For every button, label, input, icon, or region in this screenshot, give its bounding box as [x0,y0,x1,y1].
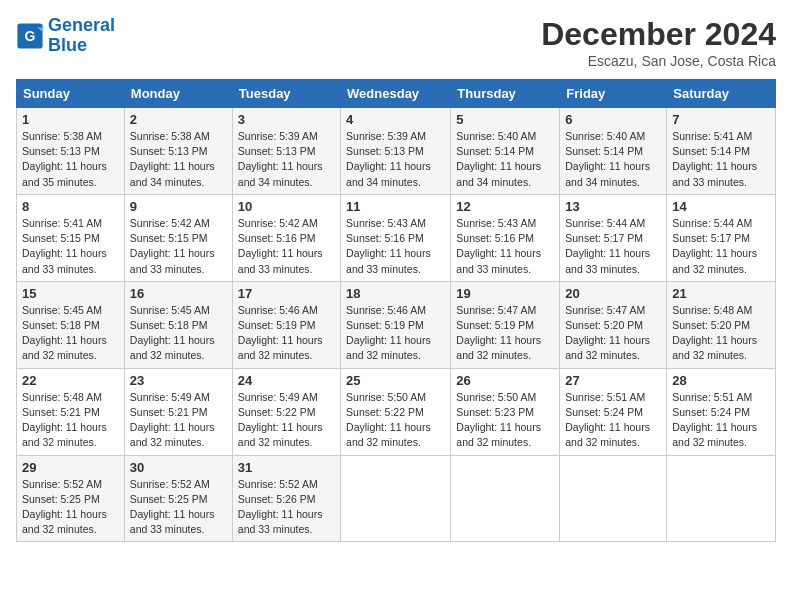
day-number: 25 [346,373,445,388]
day-number: 24 [238,373,335,388]
day-number: 7 [672,112,770,127]
calendar-header-sunday: Sunday [17,80,125,108]
calendar-header-monday: Monday [124,80,232,108]
calendar-cell: 10Sunrise: 5:42 AM Sunset: 5:16 PM Dayli… [232,194,340,281]
day-number: 10 [238,199,335,214]
day-number: 14 [672,199,770,214]
day-info: Sunrise: 5:45 AM Sunset: 5:18 PM Dayligh… [130,303,227,364]
day-info: Sunrise: 5:48 AM Sunset: 5:20 PM Dayligh… [672,303,770,364]
day-number: 31 [238,460,335,475]
day-number: 19 [456,286,554,301]
calendar-cell: 28Sunrise: 5:51 AM Sunset: 5:24 PM Dayli… [667,368,776,455]
calendar-week-5: 29Sunrise: 5:52 AM Sunset: 5:25 PM Dayli… [17,455,776,542]
calendar-header-friday: Friday [560,80,667,108]
day-info: Sunrise: 5:52 AM Sunset: 5:26 PM Dayligh… [238,477,335,538]
svg-text:G: G [25,28,36,44]
calendar-cell: 11Sunrise: 5:43 AM Sunset: 5:16 PM Dayli… [341,194,451,281]
day-info: Sunrise: 5:38 AM Sunset: 5:13 PM Dayligh… [130,129,227,190]
calendar-week-1: 1Sunrise: 5:38 AM Sunset: 5:13 PM Daylig… [17,108,776,195]
day-info: Sunrise: 5:49 AM Sunset: 5:22 PM Dayligh… [238,390,335,451]
day-number: 13 [565,199,661,214]
calendar-cell [667,455,776,542]
calendar-header-saturday: Saturday [667,80,776,108]
calendar-cell: 14Sunrise: 5:44 AM Sunset: 5:17 PM Dayli… [667,194,776,281]
day-info: Sunrise: 5:42 AM Sunset: 5:15 PM Dayligh… [130,216,227,277]
calendar-cell: 1Sunrise: 5:38 AM Sunset: 5:13 PM Daylig… [17,108,125,195]
logo-icon: G [16,22,44,50]
day-number: 5 [456,112,554,127]
day-info: Sunrise: 5:50 AM Sunset: 5:23 PM Dayligh… [456,390,554,451]
calendar-week-4: 22Sunrise: 5:48 AM Sunset: 5:21 PM Dayli… [17,368,776,455]
day-info: Sunrise: 5:46 AM Sunset: 5:19 PM Dayligh… [238,303,335,364]
day-number: 9 [130,199,227,214]
day-number: 20 [565,286,661,301]
day-info: Sunrise: 5:45 AM Sunset: 5:18 PM Dayligh… [22,303,119,364]
day-number: 23 [130,373,227,388]
calendar-cell: 21Sunrise: 5:48 AM Sunset: 5:20 PM Dayli… [667,281,776,368]
day-info: Sunrise: 5:47 AM Sunset: 5:19 PM Dayligh… [456,303,554,364]
month-title: December 2024 [541,16,776,53]
day-info: Sunrise: 5:39 AM Sunset: 5:13 PM Dayligh… [238,129,335,190]
day-number: 12 [456,199,554,214]
day-info: Sunrise: 5:50 AM Sunset: 5:22 PM Dayligh… [346,390,445,451]
day-info: Sunrise: 5:41 AM Sunset: 5:15 PM Dayligh… [22,216,119,277]
calendar-cell: 15Sunrise: 5:45 AM Sunset: 5:18 PM Dayli… [17,281,125,368]
day-info: Sunrise: 5:51 AM Sunset: 5:24 PM Dayligh… [672,390,770,451]
day-number: 15 [22,286,119,301]
calendar-header-row: SundayMondayTuesdayWednesdayThursdayFrid… [17,80,776,108]
day-number: 6 [565,112,661,127]
day-info: Sunrise: 5:40 AM Sunset: 5:14 PM Dayligh… [456,129,554,190]
day-number: 18 [346,286,445,301]
calendar-cell: 29Sunrise: 5:52 AM Sunset: 5:25 PM Dayli… [17,455,125,542]
day-number: 4 [346,112,445,127]
day-number: 8 [22,199,119,214]
day-info: Sunrise: 5:43 AM Sunset: 5:16 PM Dayligh… [346,216,445,277]
day-info: Sunrise: 5:47 AM Sunset: 5:20 PM Dayligh… [565,303,661,364]
day-number: 1 [22,112,119,127]
day-info: Sunrise: 5:39 AM Sunset: 5:13 PM Dayligh… [346,129,445,190]
calendar-cell: 30Sunrise: 5:52 AM Sunset: 5:25 PM Dayli… [124,455,232,542]
calendar-week-2: 8Sunrise: 5:41 AM Sunset: 5:15 PM Daylig… [17,194,776,281]
day-info: Sunrise: 5:42 AM Sunset: 5:16 PM Dayligh… [238,216,335,277]
title-block: December 2024 Escazu, San Jose, Costa Ri… [541,16,776,69]
calendar-cell: 6Sunrise: 5:40 AM Sunset: 5:14 PM Daylig… [560,108,667,195]
day-number: 30 [130,460,227,475]
calendar-cell: 23Sunrise: 5:49 AM Sunset: 5:21 PM Dayli… [124,368,232,455]
day-number: 11 [346,199,445,214]
calendar-cell: 22Sunrise: 5:48 AM Sunset: 5:21 PM Dayli… [17,368,125,455]
calendar-cell: 5Sunrise: 5:40 AM Sunset: 5:14 PM Daylig… [451,108,560,195]
calendar-cell [451,455,560,542]
page-header: G GeneralBlue December 2024 Escazu, San … [16,16,776,69]
day-number: 16 [130,286,227,301]
calendar-cell: 17Sunrise: 5:46 AM Sunset: 5:19 PM Dayli… [232,281,340,368]
day-info: Sunrise: 5:41 AM Sunset: 5:14 PM Dayligh… [672,129,770,190]
day-number: 29 [22,460,119,475]
logo: G GeneralBlue [16,16,115,56]
calendar-cell: 16Sunrise: 5:45 AM Sunset: 5:18 PM Dayli… [124,281,232,368]
calendar-cell: 12Sunrise: 5:43 AM Sunset: 5:16 PM Dayli… [451,194,560,281]
calendar-cell: 13Sunrise: 5:44 AM Sunset: 5:17 PM Dayli… [560,194,667,281]
day-number: 2 [130,112,227,127]
calendar-cell: 3Sunrise: 5:39 AM Sunset: 5:13 PM Daylig… [232,108,340,195]
day-number: 21 [672,286,770,301]
day-info: Sunrise: 5:46 AM Sunset: 5:19 PM Dayligh… [346,303,445,364]
day-info: Sunrise: 5:52 AM Sunset: 5:25 PM Dayligh… [130,477,227,538]
calendar-cell: 19Sunrise: 5:47 AM Sunset: 5:19 PM Dayli… [451,281,560,368]
calendar-cell: 25Sunrise: 5:50 AM Sunset: 5:22 PM Dayli… [341,368,451,455]
day-info: Sunrise: 5:49 AM Sunset: 5:21 PM Dayligh… [130,390,227,451]
calendar-cell: 2Sunrise: 5:38 AM Sunset: 5:13 PM Daylig… [124,108,232,195]
day-number: 17 [238,286,335,301]
day-info: Sunrise: 5:38 AM Sunset: 5:13 PM Dayligh… [22,129,119,190]
calendar-cell [341,455,451,542]
calendar-cell: 8Sunrise: 5:41 AM Sunset: 5:15 PM Daylig… [17,194,125,281]
calendar-cell: 27Sunrise: 5:51 AM Sunset: 5:24 PM Dayli… [560,368,667,455]
day-info: Sunrise: 5:52 AM Sunset: 5:25 PM Dayligh… [22,477,119,538]
calendar-header-wednesday: Wednesday [341,80,451,108]
day-info: Sunrise: 5:40 AM Sunset: 5:14 PM Dayligh… [565,129,661,190]
calendar-cell: 4Sunrise: 5:39 AM Sunset: 5:13 PM Daylig… [341,108,451,195]
calendar-cell: 18Sunrise: 5:46 AM Sunset: 5:19 PM Dayli… [341,281,451,368]
calendar-cell: 9Sunrise: 5:42 AM Sunset: 5:15 PM Daylig… [124,194,232,281]
day-info: Sunrise: 5:44 AM Sunset: 5:17 PM Dayligh… [672,216,770,277]
calendar-header-thursday: Thursday [451,80,560,108]
calendar-cell [560,455,667,542]
